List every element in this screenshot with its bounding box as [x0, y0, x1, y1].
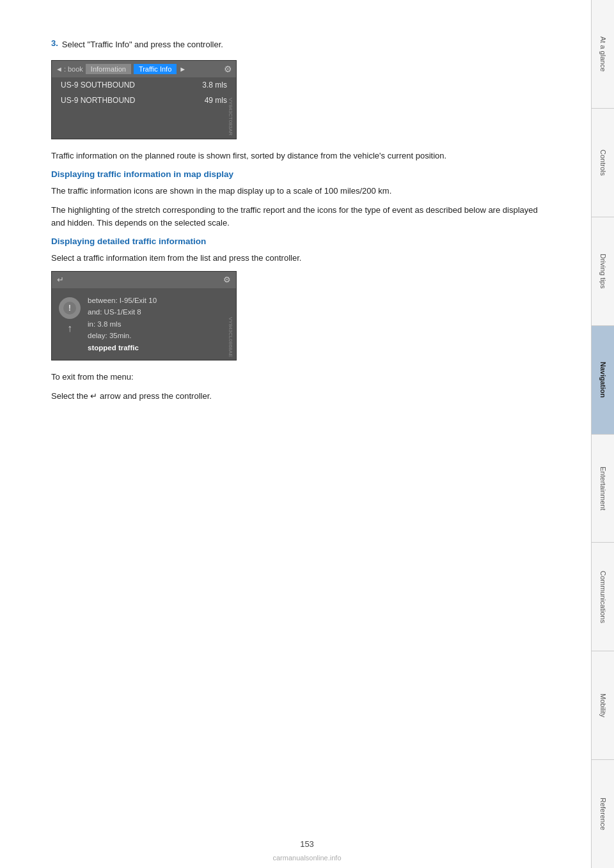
screen2-line-4: stopped traffic: [88, 342, 231, 353]
sidebar-tab-navigation[interactable]: Navigation: [592, 326, 614, 435]
sidebar-tab-controls[interactable]: Controls: [592, 109, 614, 217]
sidebar-tab-reference[interactable]: Reference: [592, 760, 614, 868]
traffic-info-description: Traffic information on the planned route…: [51, 150, 553, 162]
section2-heading: Displaying detailed traffic information: [51, 236, 553, 248]
sidebar-tab-at-a-glance[interactable]: At a glance: [592, 0, 614, 109]
section1-para1: The traffic information icons are shown …: [51, 185, 553, 198]
distance-1: 49 mls: [205, 96, 227, 105]
sidebar: At a glance Controls Driving tips Naviga…: [591, 0, 614, 868]
screen1-arrow: ►: [179, 65, 186, 73]
screen2-watermark: VY843CL0868AE: [228, 317, 233, 357]
section2-para1: Select a traffic information item from t…: [51, 252, 553, 265]
sidebar-tab-communications[interactable]: Communications: [592, 543, 614, 651]
svg-text:!: !: [68, 303, 71, 313]
main-content: 3. Select "Traffic Info" and press the c…: [0, 0, 591, 868]
distance-0: 3.8 mls: [202, 81, 227, 89]
screen1-row-0: US-9 SOUTHBOUND 3.8 mls: [52, 77, 236, 93]
screen1-empty-space: [52, 108, 236, 139]
screen2-line-0: between: I-95/Exit 10: [88, 295, 231, 306]
screen-mockup-1: ◄ : book Information Traffic Info ► ⚙ US…: [51, 60, 237, 139]
step3-number: 3.: [51, 38, 58, 51]
traffic-jam-icon: !: [59, 297, 81, 319]
screen2-line-1: and: US-1/Exit 8: [88, 306, 231, 318]
page-number: 153: [300, 839, 314, 849]
screen2-body: ! ↑ between: I-95/Exit 10 and: US-1/Exit…: [52, 288, 236, 360]
bottom-watermark: carmanualsonline.info: [272, 854, 341, 862]
screen2-header: ↵ ⚙: [52, 272, 236, 288]
step3-text: Select "Traffic Info" and press the cont…: [62, 38, 553, 51]
back-arrow-icon: ◄: [56, 65, 63, 73]
section1-heading: Displaying traffic information in map di…: [51, 169, 553, 181]
screen1-header: ◄ : book Information Traffic Info ► ⚙: [52, 61, 236, 77]
screen2-line-3: delay: 35min.: [88, 330, 231, 341]
section1-para2: The highlighting of the stretch correspo…: [51, 204, 553, 229]
screen1-tab-information[interactable]: Information: [86, 64, 131, 74]
sidebar-tab-entertainment[interactable]: Entertainment: [592, 435, 614, 543]
step3-row: 3. Select "Traffic Info" and press the c…: [51, 38, 553, 51]
screen1-back: ◄ : book: [56, 65, 83, 73]
direction-arrow-icon: ↑: [67, 323, 72, 334]
screen2-text-col: between: I-95/Exit 10 and: US-1/Exit 8 i…: [88, 295, 231, 353]
screen1-icon-btn[interactable]: ⚙: [224, 64, 232, 74]
screen-mockup-2: ↵ ⚙ ! ↑ between: I-95/Exit 10 and: US-1/…: [51, 271, 237, 360]
screen2-icon-col: ! ↑: [57, 295, 83, 353]
route-name-0: US-9 SOUTHBOUND: [61, 81, 135, 89]
route-name-1: US-9 NORTHBOUND: [61, 96, 135, 105]
sidebar-tab-driving-tips[interactable]: Driving tips: [592, 217, 614, 326]
exit-line2: Select the ↵ arrow and press the control…: [51, 390, 553, 403]
screen1-tab-traffic-info[interactable]: Traffic Info: [134, 64, 177, 74]
book-label: : book: [64, 65, 83, 73]
screen2-settings-icon[interactable]: ⚙: [223, 275, 231, 284]
screen2-back-icon[interactable]: ↵: [57, 275, 64, 284]
screen2-line-2: in: 3.8 mls: [88, 318, 231, 330]
screen1-row-1: US-9 NORTHBOUND 49 mls: [52, 93, 236, 108]
screen1-watermark: VY843CT083AR: [228, 98, 233, 136]
sidebar-tab-mobility[interactable]: Mobility: [592, 651, 614, 760]
exit-line1: To exit from the menu:: [51, 371, 553, 384]
